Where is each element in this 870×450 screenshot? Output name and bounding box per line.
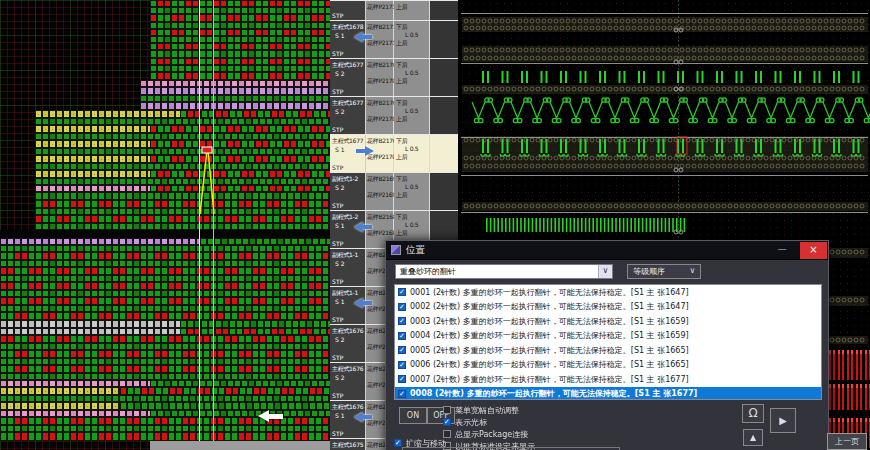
step-cell: 副程式1-2S 2STP [330,173,366,210]
bed-down-label: 下后 [396,137,429,145]
item-checkbox-checked-icon[interactable]: ✓ [398,317,406,325]
program-label: 主程式1677 [332,99,365,108]
racking-label: L 0.5 [405,145,429,153]
program-step-row[interactable]: 主程式1678S 1STP花样B2171花样P2171下后L 0.5上后 [330,20,458,58]
play-button[interactable]: ▶ [770,408,796,433]
bed-down-label: 下后 [396,23,429,31]
bed-up-label: 上后 [396,191,429,199]
program-step-row[interactable]: 副程式1-2S 2STP花样B2169花样P2169下后L 0.5上后 [330,172,458,210]
step-cell: 副程式1-1S 2STP [330,249,366,286]
step-cell: 主程式1676S 2STP [330,325,366,362]
bed-down-label: 下后 [396,213,429,221]
close-button[interactable]: × [800,242,827,259]
item-checkbox-checked-icon[interactable]: ✓ [398,390,406,398]
program-label: 主程式1678 [332,23,365,32]
checkbox-checked-icon[interactable]: ✓ [394,439,402,447]
message-list: ✓0001 (2针数) 多重的纱环一起执行翻针，可能无法保持稳定。[S1 主 张… [394,284,822,400]
step-cell: 主程式1675S 2STP [330,439,366,450]
chevron-down-icon: ∨ [686,265,699,278]
bed-cell: 下后L 0.5上后 [394,21,430,58]
bed-cell: 下后L 0.5上后 [394,135,430,172]
system-label: S 2 [335,374,365,381]
bed-down-label: 下后 [396,99,429,107]
pattern-ref-p: 花样P2171 [367,3,393,11]
spacer-cell [430,97,458,134]
previous-page-button[interactable]: 上一页 [827,433,867,450]
item-checkbox-checked-icon[interactable]: ✓ [398,375,406,383]
program-step-row[interactable]: STP花样P2171上后 [330,0,458,20]
spacer-cell [430,173,458,210]
stp-label: STP [332,316,344,323]
message-list-item[interactable]: ✓0007 (2针数) 多重的纱环一起执行翻针，可能无法保持稳定。[S1 主 张… [395,372,821,387]
message-filter-dropdown[interactable]: 重叠纱环的翻针 ∨ [395,264,613,279]
pattern-ref-b: 花样B2170 [367,99,393,107]
step-pointer-right-icon [354,146,374,156]
bed-up-label: 上后 [396,115,429,123]
sort-order-dropdown[interactable]: 等级顺序 ∨ [627,264,701,279]
message-list-item[interactable]: ✓0006 (2针数) 多重的纱环一起执行翻针，可能无法保持稳定。[S1 主 张… [395,358,821,373]
bed-down-label: 下后 [396,175,429,183]
stp-label: STP [332,88,344,95]
pattern-ref-b: 花样B2168 [367,213,393,221]
pattern-ref-p: 花样P2170 [367,77,393,85]
pattern-ref-cell: 花样P2171 [366,1,394,20]
message-text: 0005 (2针数) 多重的纱环一起执行翻针，可能无法保持稳定。[S1 主 张1… [410,345,689,356]
step-cell: 主程式1677S 2STP [330,97,366,134]
bed-up-label: 上后 [396,77,429,85]
message-list-item[interactable]: ✓0002 (2针数) 多重的纱环一起执行翻针，可能无法保持稳定。[S1 主 张… [395,300,821,315]
option-row[interactable]: 菜单宽幅自动调整 [443,404,535,416]
stp-label: STP [332,164,344,171]
pattern-grid-canvas[interactable] [0,0,330,450]
message-list-item[interactable]: ✓0005 (2针数) 多重的纱环一起执行翻针，可能无法保持稳定。[S1 主 张… [395,343,821,358]
bed-cell: 下后L 0.5上后 [394,59,430,96]
program-step-row[interactable]: 主程式1677S 2STP花样B2170花样P2170下后L 0.5上后 [330,58,458,96]
option-label: 菜单宽幅自动调整 [455,405,519,416]
bed-cell: 上后 [394,1,430,20]
minimize-button[interactable]: — [772,243,792,258]
stp-label: STP [332,126,344,133]
program-label: 副程式1-1 [332,289,365,298]
item-checkbox-checked-icon[interactable]: ✓ [398,332,406,340]
message-text: 0002 (2针数) 多重的纱环一起执行翻针，可能无法保持稳定。[S1 主 张1… [410,301,689,312]
stp-label: STP [332,50,344,57]
option-row[interactable]: ✓表示光标 [443,416,535,428]
racking-label: L 0.5 [405,107,429,115]
bed-up-label: 上后 [396,229,429,237]
omega-button[interactable]: Ω [742,404,764,423]
item-checkbox-checked-icon[interactable]: ✓ [398,346,406,354]
item-checkbox-checked-icon[interactable]: ✓ [398,361,406,369]
pattern-ref-b: 花样B2171 [367,23,393,31]
bed-cell: 下后L 0.5上后 [394,97,430,134]
message-list-item[interactable]: ✓0008 (2针数) 多重的纱环一起执行翻针，可能无法保持稳定。[S1 主 张… [395,387,821,401]
checkbox-unchecked-icon[interactable] [443,406,451,414]
item-checkbox-checked-icon[interactable]: ✓ [398,303,406,311]
step-cell: 主程式1676S 2STP [330,363,366,400]
program-step-row[interactable]: 主程式1677S 1STP花样B2170花样P2170下后L 0.5上后 [330,134,458,172]
on-button[interactable]: ON [399,407,427,424]
pattern-ref-b: 花样B2169 [367,175,393,183]
stp-label: STP [332,392,344,399]
message-list-item[interactable]: ✓0004 (2针数) 多重的纱环一起执行翻针，可能无法保持稳定。[S1 主 张… [395,329,821,344]
spacer-cell [430,1,458,20]
racking-label: L 0.5 [405,221,429,229]
step-pointer-left-icon [354,298,374,308]
up-button[interactable]: ▲ [743,429,763,446]
program-step-row[interactable]: 主程式1677S 2STP花样B2170花样P2170下后L 0.5上后 [330,96,458,134]
system-label: S 2 [335,336,365,343]
dialog-title: 位置 [406,244,425,257]
checkbox-checked-icon[interactable]: ✓ [443,418,451,426]
spacer-cell [430,135,458,172]
item-checkbox-checked-icon[interactable]: ✓ [398,288,406,296]
program-label: 主程式1677 [332,61,365,70]
bed-up-label: 上后 [396,39,429,47]
cursor-arrow-icon [258,410,284,423]
message-list-item[interactable]: ✓0001 (2针数) 多重的纱环一起执行翻针，可能无法保持稳定。[S1 主 张… [395,285,821,300]
position-dialog: 位置 — × 重叠纱环的翻针 ∨ 等级顺序 ∨ ✓0001 (2针数) 多重的纱… [385,240,829,450]
option-row[interactable]: 总显示Package连接 [443,428,535,440]
message-list-item[interactable]: ✓0003 (2针数) 多重的纱环一起执行翻针，可能无法保持稳定。[S1 主 张… [395,314,821,329]
bed-up-label: 上后 [396,153,429,161]
pattern-ref-cell: 花样B2170花样P2170 [366,59,394,96]
program-label: 主程式1675 [332,441,365,450]
pattern-ref-cell: 花样B2170花样P2170 [366,97,394,134]
dialog-titlebar: 位置 — × [386,241,828,260]
